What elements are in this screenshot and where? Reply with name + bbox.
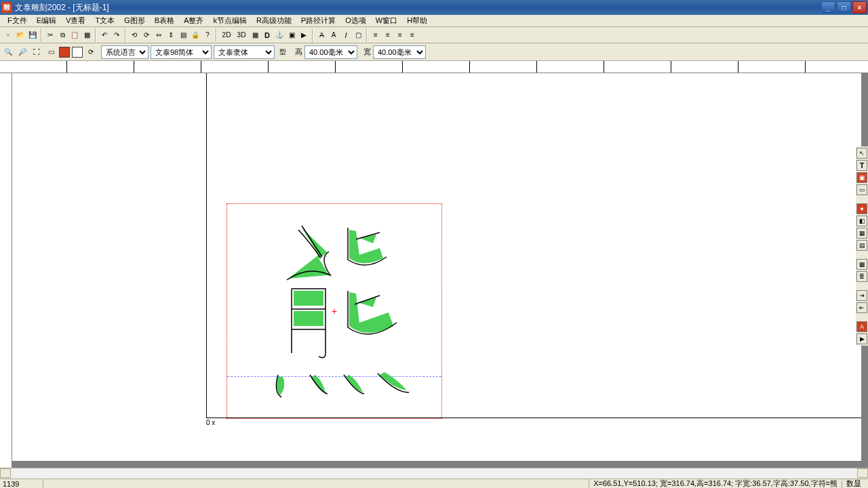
font-family-combo-2[interactable]: 文泰隶体: [214, 45, 275, 59]
handle-top[interactable]: [332, 201, 337, 207]
workspace: 0 x +: [0, 73, 868, 468]
cut-icon[interactable]: ✂: [44, 28, 56, 42]
palette-tool-icon[interactable]: ▩: [856, 259, 867, 270]
rect-tool-icon[interactable]: ▭: [856, 184, 867, 195]
anchor-icon[interactable]: ⚓: [273, 28, 285, 42]
handle-bottom-right[interactable]: [439, 415, 444, 421]
handle-top-right[interactable]: [439, 201, 444, 207]
align-left-icon[interactable]: ≡: [370, 28, 382, 42]
width-combo[interactable]: 40.00毫米: [373, 45, 426, 59]
window-title: 文泰雕刻2002 - [无标题-1]: [15, 2, 820, 14]
play-tool-icon[interactable]: ▶: [856, 333, 867, 344]
paste-icon[interactable]: 📋: [68, 28, 81, 42]
fill-tool-icon[interactable]: ●: [856, 203, 867, 214]
menu-node[interactable]: k节点编辑: [208, 15, 252, 26]
handle-top-left[interactable]: [224, 201, 230, 207]
handle-bottom-left[interactable]: [224, 415, 230, 421]
glyph-xiong[interactable]: [254, 218, 417, 407]
rotate-left-icon[interactable]: ⟲: [128, 28, 140, 42]
layer-icon[interactable]: ▣: [285, 28, 298, 42]
htext-tool-icon[interactable]: ⇤: [856, 302, 867, 313]
table-tool-icon[interactable]: ▤: [856, 240, 867, 251]
right-toolbar: ↖ T ▣ ▭ ● ◧ ▦ ▤ ▩ ≣ ⇥ ⇤ A ▶: [856, 146, 868, 346]
status-left: 1139: [3, 480, 43, 488]
menu-path[interactable]: P路径计算: [296, 15, 340, 26]
language-combo[interactable]: 系统语言: [101, 45, 149, 59]
color-tool-icon[interactable]: ◧: [856, 216, 867, 226]
select-tool-icon[interactable]: ↖: [856, 148, 867, 159]
titlebar: 雕 文泰雕刻2002 - [无标题-1] _ □ ×: [0, 0, 868, 15]
font-type-icon[interactable]: 型: [277, 45, 289, 59]
align-center-icon[interactable]: ≡: [382, 28, 394, 42]
toolbar-main: ▫ 📂 💾 ✂ ⧉ 📋 ▦ ↶ ↷ ⟲ ⟳ ⇔ ⇕ ▤ 🔒 ? 2D 3D ▦ …: [0, 27, 868, 43]
save-icon[interactable]: 💾: [26, 28, 39, 42]
bold-d-icon[interactable]: D: [261, 28, 273, 42]
close-button[interactable]: ×: [852, 1, 867, 14]
record-tool-icon[interactable]: A: [856, 321, 867, 332]
flip-h-icon[interactable]: ⇔: [153, 28, 165, 42]
scrollbar-horizontal[interactable]: [0, 468, 868, 479]
menu-view[interactable]: V查看: [61, 15, 90, 26]
menubar: F文件 E编辑 V查看 T文本 G图形 B表格 A整齐 k节点编辑 R高级功能 …: [0, 15, 868, 27]
menu-text[interactable]: T文本: [90, 15, 119, 26]
copy-icon[interactable]: ⧉: [56, 28, 68, 42]
height-combo[interactable]: 40.00毫米: [304, 45, 357, 59]
handle-left[interactable]: [224, 308, 230, 314]
menu-options[interactable]: O选项: [340, 15, 371, 26]
open-icon[interactable]: 📂: [14, 28, 26, 42]
scroll-left-icon[interactable]: [0, 468, 11, 478]
handle-right[interactable]: [439, 308, 444, 314]
stroke-color-swatch[interactable]: [72, 47, 83, 58]
menu-file[interactable]: F文件: [3, 15, 32, 26]
mode-2d-button[interactable]: 2D: [219, 28, 234, 42]
vtext-tool-icon[interactable]: ⇥: [856, 290, 867, 301]
outline-icon[interactable]: ▢: [352, 28, 364, 42]
engrave-icon[interactable]: ▦: [249, 28, 261, 42]
text-tool-icon[interactable]: T: [856, 160, 867, 171]
italic-icon[interactable]: I: [340, 28, 352, 42]
text-box-icon[interactable]: A: [328, 28, 340, 42]
layer-tool-icon[interactable]: ≣: [856, 271, 867, 282]
mode-3d-button[interactable]: 3D: [234, 28, 249, 42]
handle-bottom[interactable]: [332, 415, 337, 421]
menu-help[interactable]: H帮助: [402, 15, 432, 26]
menu-advanced[interactable]: R高级功能: [252, 15, 296, 26]
maximize-button[interactable]: □: [837, 1, 851, 14]
zoom-in-icon[interactable]: 🔍: [2, 45, 14, 59]
refresh-icon[interactable]: ⟳: [85, 45, 97, 59]
strike-icon[interactable]: A̶: [315, 28, 328, 42]
menu-arrange[interactable]: A整齐: [179, 15, 208, 26]
toolbar-properties: 🔍 🔎 ⛶ ▭ ⟳ 系统语言 文泰98简体 文泰隶体 型 高 40.00毫米 宽…: [0, 43, 868, 61]
justify-icon[interactable]: ≡: [406, 28, 418, 42]
scroll-track[interactable]: [11, 468, 857, 479]
zoom-page-icon[interactable]: ▭: [45, 45, 57, 59]
menu-window[interactable]: W窗口: [371, 15, 402, 26]
lock-icon[interactable]: 🔒: [189, 28, 201, 42]
menu-edit[interactable]: E编辑: [32, 15, 61, 26]
grid-icon[interactable]: ▦: [81, 28, 93, 42]
engrave-tool-icon[interactable]: ▣: [856, 172, 867, 183]
fill-color-swatch[interactable]: [59, 47, 70, 58]
flip-v-icon[interactable]: ⇕: [165, 28, 177, 42]
rotate-right-icon[interactable]: ⟳: [140, 28, 153, 42]
zoom-out-icon[interactable]: 🔎: [16, 45, 28, 59]
hatch-tool-icon[interactable]: ▦: [856, 228, 867, 239]
status-mode: 数显: [842, 479, 865, 488]
menu-table[interactable]: B表格: [150, 15, 179, 26]
menu-graphics[interactable]: G图形: [119, 15, 150, 26]
selection-box[interactable]: +: [226, 203, 442, 419]
undo-icon[interactable]: ↶: [98, 28, 111, 42]
minimize-button[interactable]: _: [821, 1, 835, 14]
redo-icon[interactable]: ↷: [111, 28, 123, 42]
output-icon[interactable]: ▶: [298, 28, 310, 42]
font-family-combo-1[interactable]: 文泰98简体: [151, 45, 212, 59]
status-coords: X=66.51,Y=510.13; 宽=316.74,高=316.74; 字宽:…: [589, 479, 842, 488]
align-icon[interactable]: ▤: [177, 28, 189, 42]
help-icon[interactable]: ?: [201, 28, 214, 42]
align-right-icon[interactable]: ≡: [394, 28, 406, 42]
scroll-right-icon[interactable]: [857, 468, 868, 478]
canvas[interactable]: 0 x +: [12, 73, 868, 468]
zoom-fit-icon[interactable]: ⛶: [31, 45, 43, 59]
ruler-horizontal: [0, 61, 868, 73]
new-icon[interactable]: ▫: [2, 28, 14, 42]
